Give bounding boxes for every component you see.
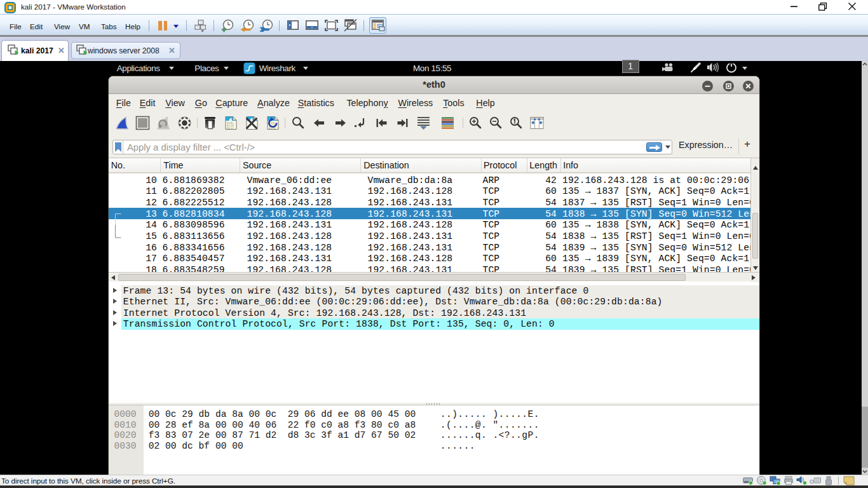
svg-text:0111: 0111 [227, 126, 234, 130]
svg-text:1: 1 [628, 61, 634, 71]
